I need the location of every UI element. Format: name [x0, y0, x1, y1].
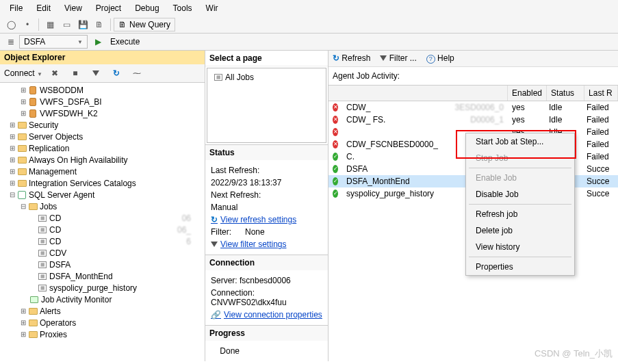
object-explorer-toolbar: Connect ▼ ✖ ■ ↻ ⁓ [0, 64, 205, 83]
status-header: Status [205, 144, 328, 160]
menu-view[interactable]: View [57, 1, 89, 15]
activity-toolbar: ↻ Refresh Filter ... ? Help [329, 51, 618, 67]
separator [469, 204, 571, 205]
save-icon[interactable]: 💾 [77, 18, 89, 31]
menu-debug[interactable]: Debug [128, 1, 166, 15]
db-icon: ≣ [5, 36, 17, 48]
tree-node-server-objects[interactable]: ⊞Server Objects [0, 131, 205, 142]
watermark: CSDN @ Teln_小凯 [535, 348, 613, 360]
object-explorer-panel: Object Explorer Connect ▼ ✖ ■ ↻ ⁓ ⊞WSBOD… [0, 51, 205, 361]
menu-edit[interactable]: Edit [29, 1, 57, 15]
col-status[interactable]: Status [547, 86, 584, 101]
disconnect-icon[interactable]: ✖ [49, 67, 61, 79]
cell-name: CDW_ FS.D0006_1 [342, 114, 508, 125]
ctx-properties[interactable]: Properties [466, 259, 574, 275]
job-context-menu: Start Job at Step... Stop Job Enable Job… [465, 133, 575, 276]
connection-icon: 🔗 [211, 310, 221, 320]
tree-node-db[interactable]: ⊞VWFS_DSFA_BI [0, 96, 205, 107]
refresh-icon[interactable]: ↻ [110, 67, 123, 79]
cell-last-run: Succe [582, 176, 618, 187]
ctx-view-history[interactable]: View history [466, 239, 574, 255]
cell-last-run: Succe [582, 188, 618, 199]
tree-node-management[interactable]: ⊞Management [0, 166, 205, 177]
database-combo-value: DSFA [24, 37, 45, 47]
separator [469, 168, 571, 168]
status-icon: ✓ [329, 189, 342, 198]
col-last-run[interactable]: Last R [584, 86, 618, 101]
tree-node-operators[interactable]: ⊞Operators [0, 317, 205, 328]
menu-tools[interactable]: Tools [166, 1, 199, 15]
execute-icon[interactable]: ▶ [92, 36, 104, 48]
filter-icon [211, 239, 218, 249]
ctx-start-job[interactable]: Start Job at Step... [466, 133, 574, 150]
open-icon[interactable]: ▭ [60, 18, 73, 31]
tree-node-job[interactable]: ▦CD06 [0, 212, 205, 224]
menu-file[interactable]: File [3, 1, 29, 15]
tree-node-isc[interactable]: ⊞Integration Services Catalogs [0, 177, 205, 189]
menu-project[interactable]: Project [89, 1, 128, 15]
stop-icon[interactable]: ■ [69, 67, 81, 79]
cell-last-run: Failed [582, 151, 618, 162]
status-icon: ✓ [329, 152, 342, 161]
col-name[interactable] [329, 86, 508, 101]
tree-node-proxies[interactable]: ⊞Proxies [0, 328, 205, 340]
cell-last-run: Failed [582, 139, 618, 150]
cell-last-run: Failed [582, 102, 618, 113]
tree-node-job[interactable]: ▦DSFA [0, 259, 205, 270]
help-button[interactable]: ? Help [426, 53, 454, 64]
grid-row[interactable]: ✕CDW_ FS.D0006_1yesIdleFailed [329, 114, 618, 126]
select-page-header: Select a page [205, 51, 328, 66]
tree-node-job[interactable]: ▦DSFA_MonthEnd [0, 270, 205, 282]
grid-row[interactable]: ✕CDW_3ESD0006_0yesIdleFailed [329, 101, 618, 114]
view-refresh-settings-link[interactable]: ↻View refresh settings [211, 215, 296, 224]
menubar: File Edit View Project Debug Tools Wir [0, 0, 618, 16]
tree-node-alerts[interactable]: ⊞Alerts [0, 305, 205, 317]
status-panel: Select a page ▦All Jobs Status Last Refr… [205, 51, 329, 361]
connection-label: Connection: CNVWFS02\dkx4fuu [211, 288, 322, 307]
ctx-refresh-job[interactable]: Refresh job [466, 206, 574, 222]
ctx-delete-job[interactable]: Delete job [466, 222, 574, 239]
view-filter-settings-link[interactable]: View filter settings [211, 239, 287, 249]
col-enabled[interactable]: Enabled [508, 86, 547, 101]
refresh-icon: ↻ [333, 53, 339, 63]
next-refresh-label: Next Refresh: [211, 190, 322, 200]
cell-enabled: yes [508, 102, 545, 113]
tree-node-job-activity-monitor[interactable]: Job Activity Monitor [0, 294, 205, 305]
tree-node-db[interactable]: ⊞WSBODDM [0, 84, 205, 96]
tree-node-job[interactable]: ▦CD6 [0, 235, 205, 247]
tree-node-job[interactable]: ▦CD06_ [0, 224, 205, 235]
nav-back-icon[interactable]: ◯ [5, 18, 17, 31]
execute-button[interactable]: Execute [106, 36, 144, 48]
database-combo[interactable]: DSFA ▼ [19, 35, 88, 49]
tree-node-security[interactable]: ⊞Security [0, 119, 205, 131]
new-icon[interactable]: ▦ [44, 18, 56, 31]
filter-icon [380, 53, 387, 63]
tree-node-alwayson[interactable]: ⊞Always On High Availability [0, 154, 205, 166]
view-connection-properties-link[interactable]: 🔗View connection properties [211, 310, 322, 320]
filter-icon[interactable] [90, 67, 102, 79]
tree-node-job[interactable]: ▦CDV [0, 247, 205, 259]
activity-icon[interactable]: ⁓ [131, 67, 143, 79]
connect-button[interactable]: Connect ▼ [4, 68, 42, 78]
page-list[interactable]: ▦All Jobs [207, 68, 326, 143]
save-all-icon[interactable]: 🗎 [93, 18, 105, 31]
tree-node-job[interactable]: ▦syspolicy_purge_history [0, 282, 205, 294]
next-refresh-value: Manual [211, 203, 322, 212]
page-all-jobs[interactable]: ▦All Jobs [210, 71, 323, 83]
tree-node-sql-agent[interactable]: ⊟SQL Server Agent [0, 189, 205, 200]
menu-window[interactable]: Wir [199, 1, 225, 15]
object-explorer-tree: ⊞WSBODDM ⊞VWFS_DSFA_BI ⊞VWFSDWH_K2 ⊞Secu… [0, 83, 205, 361]
tree-node-replication[interactable]: ⊞Replication [0, 142, 205, 154]
ctx-enable-job: Enable Job [466, 170, 574, 186]
new-query-button[interactable]: 🗎 New Query [114, 18, 175, 31]
grid-header: Enabled Status Last R [329, 85, 618, 101]
tree-node-db[interactable]: ⊞VWFSDWH_K2 [0, 107, 205, 119]
ctx-disable-job[interactable]: Disable Job [466, 186, 574, 203]
refresh-button[interactable]: ↻ Refresh [333, 53, 370, 63]
tree-node-jobs[interactable]: ⊟Jobs [0, 200, 205, 212]
filter-row: Filter: None [211, 227, 322, 237]
progress-header: Progress [205, 325, 328, 341]
filter-button[interactable]: Filter ... [380, 53, 416, 63]
nav-fwd-icon[interactable]: • [21, 18, 34, 31]
chevron-down-icon: ▼ [77, 39, 83, 45]
